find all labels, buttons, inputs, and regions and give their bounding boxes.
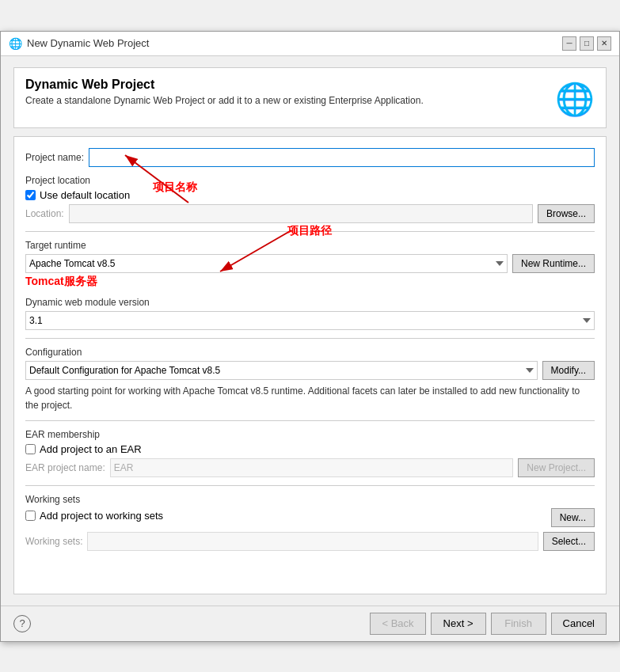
- configuration-section: Configuration Default Configuration for …: [25, 347, 595, 412]
- configuration-row: Default Configuration for Apache Tomcat …: [25, 361, 595, 380]
- close-button[interactable]: ✕: [597, 36, 611, 51]
- next-button[interactable]: Next >: [431, 613, 486, 635]
- browse-button[interactable]: Browse...: [538, 204, 595, 223]
- location-row: Location: Browse...: [25, 204, 595, 223]
- project-name-input[interactable]: [89, 148, 595, 167]
- location-label: Location:: [25, 208, 64, 219]
- new-project-button[interactable]: New Project...: [518, 458, 595, 477]
- main-window: 🌐 New Dynamic Web Project ─ □ ✕ Dynamic …: [0, 31, 620, 642]
- footer-buttons: < Back Next > Finish Cancel: [370, 613, 607, 635]
- header-text: Dynamic Web Project Create a standalone …: [25, 78, 424, 106]
- project-location-label: Project location: [25, 175, 595, 186]
- new-working-set-button[interactable]: New...: [551, 508, 595, 527]
- title-bar-controls: ─ □ ✕: [562, 36, 611, 51]
- target-runtime-row: Apache Tomcat v8.5 New Runtime...: [25, 254, 595, 273]
- ear-membership-label: EAR membership: [25, 429, 595, 440]
- divider-2: [25, 338, 595, 339]
- add-to-working-sets-row: Add project to working sets: [25, 510, 163, 522]
- target-runtime-select[interactable]: Apache Tomcat v8.5: [25, 254, 508, 273]
- target-runtime-section: Target runtime Apache Tomcat v8.5 New Ru…: [25, 240, 595, 289]
- dialog-footer: ? < Back Next > Finish Cancel: [1, 606, 619, 641]
- ear-membership-section: EAR membership Add project to an EAR EAR…: [25, 429, 595, 477]
- working-sets-select[interactable]: [87, 532, 538, 551]
- help-button[interactable]: ?: [13, 615, 31, 632]
- configuration-select[interactable]: Default Configuration for Apache Tomcat …: [25, 361, 538, 380]
- add-to-working-sets-checkbox[interactable]: [25, 511, 36, 521]
- form-body: Project name: Project location Use defau…: [13, 136, 607, 594]
- configuration-info: A good starting point for working with A…: [25, 384, 595, 412]
- header-section: Dynamic Web Project Create a standalone …: [13, 67, 607, 128]
- header-title: Dynamic Web Project: [25, 78, 424, 92]
- maximize-button[interactable]: □: [580, 36, 594, 51]
- location-input[interactable]: [69, 204, 533, 223]
- header-description: Create a standalone Dynamic Web Project …: [25, 95, 424, 106]
- cancel-button[interactable]: Cancel: [551, 613, 607, 635]
- minimize-button[interactable]: ─: [562, 36, 576, 51]
- use-default-checkbox[interactable]: [25, 190, 36, 200]
- add-to-working-sets-label: Add project to working sets: [40, 510, 163, 522]
- title-bar: 🌐 New Dynamic Web Project ─ □ ✕: [1, 32, 619, 56]
- working-sets-section: Working sets Add project to working sets…: [25, 494, 595, 551]
- web-module-section: Dynamic web module version 3.1: [25, 297, 595, 330]
- target-runtime-label: Target runtime: [25, 240, 595, 251]
- divider-4: [25, 485, 595, 486]
- add-to-ear-checkbox[interactable]: [25, 444, 36, 454]
- back-button[interactable]: < Back: [370, 613, 425, 635]
- working-sets-label2: Working sets:: [25, 536, 82, 547]
- new-runtime-button[interactable]: New Runtime...: [512, 254, 595, 273]
- project-location-section: Project location Use default location Lo…: [25, 175, 595, 223]
- working-sets-top-row: Add project to working sets New...: [25, 508, 595, 527]
- project-name-row: Project name:: [25, 148, 595, 167]
- working-sets-label: Working sets: [25, 494, 595, 505]
- tomcat-annotation: Tomcat服务器: [25, 275, 595, 289]
- web-module-row: 3.1: [25, 311, 595, 330]
- select-working-set-button[interactable]: Select...: [543, 532, 595, 551]
- divider-3: [25, 420, 595, 421]
- window-icon: 🌐: [9, 37, 22, 50]
- dialog-content: Dynamic Web Project Create a standalone …: [1, 56, 619, 606]
- window-title: New Dynamic Web Project: [27, 37, 149, 49]
- use-default-row: Use default location: [25, 189, 595, 201]
- project-name-label: Project name:: [25, 152, 84, 163]
- web-module-select[interactable]: 3.1: [25, 311, 595, 330]
- add-to-ear-row: Add project to an EAR: [25, 443, 595, 455]
- bottom-spacer: [25, 559, 595, 583]
- ear-project-name-row: EAR project name: EAR New Project...: [25, 458, 595, 477]
- finish-button[interactable]: Finish: [491, 613, 546, 635]
- project-name-inline: Project name:: [25, 148, 595, 167]
- use-default-label: Use default location: [40, 189, 130, 201]
- web-module-label: Dynamic web module version: [25, 297, 595, 308]
- header-icon: 🌐: [555, 81, 595, 118]
- modify-button[interactable]: Modify...: [542, 361, 595, 380]
- ear-project-name-select[interactable]: EAR: [110, 458, 514, 477]
- configuration-label: Configuration: [25, 347, 595, 358]
- working-sets-row: Working sets: Select...: [25, 532, 595, 551]
- title-bar-left: 🌐 New Dynamic Web Project: [9, 37, 149, 50]
- add-to-ear-label: Add project to an EAR: [40, 443, 142, 455]
- projpath-annotation: 项目路径: [287, 224, 332, 238]
- ear-project-name-label: EAR project name:: [25, 462, 105, 473]
- projname-annotation: 项目名称: [153, 180, 197, 195]
